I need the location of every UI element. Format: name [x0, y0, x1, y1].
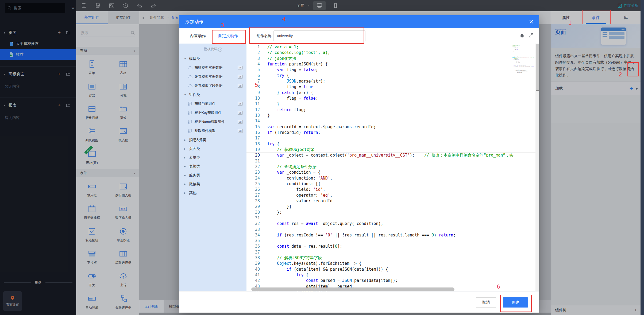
- caret-right-icon: ▶: [184, 183, 187, 185]
- code-line: }: [267, 113, 513, 118]
- tree-group-title: 表格类: [189, 164, 200, 169]
- line-number: 30: [246, 210, 260, 215]
- code-line: const data = res.result[0];: [512, 68, 515, 68]
- line-number: 24: [246, 176, 260, 181]
- tree-group-title: 服务类: [189, 173, 200, 178]
- js-badge: JS: [238, 111, 243, 115]
- line-number: 26: [246, 187, 260, 192]
- code-line: flag = true: [267, 84, 513, 90]
- code-line: JSON.parse(str);: [267, 79, 513, 84]
- line-number: 38: [246, 255, 260, 261]
- line-number: 18: [246, 141, 260, 147]
- expand-fullscreen-icon[interactable]: [529, 33, 533, 39]
- line-number: 5: [246, 67, 260, 73]
- code-line: // 查询满足条件数据: [267, 164, 513, 170]
- tree-group-title: 表单类: [189, 155, 200, 160]
- cloud-icon: [188, 66, 192, 69]
- line-number: 3: [246, 56, 260, 61]
- code-line: conjunction: 'AND',: [267, 176, 513, 181]
- tree-item[interactable]: 设置模型实例数据JS: [179, 72, 246, 81]
- tab-custom-actions[interactable]: 自定义动作: [213, 28, 243, 44]
- cloud-icon: [188, 75, 192, 79]
- tree-group-header[interactable]: ▼组件类: [179, 90, 246, 99]
- tree-item[interactable]: 根据Name获取组件JS: [179, 117, 246, 126]
- vertical-scrollbar-thumb[interactable]: [536, 44, 539, 91]
- create-button[interactable]: 创建: [503, 297, 528, 308]
- minimap[interactable]: // var a = 1;// console.log('test', a);/…: [512, 45, 534, 85]
- tree-group-title: 消息&弹窗: [189, 138, 206, 142]
- code-line: // json化方法: [267, 56, 513, 61]
- tree-item-label: 根据Name获取组件: [195, 119, 225, 124]
- tree-group: ▼组件类获取当前组件JS根据Key获取组件JS根据Name获取组件JS获取组件模…: [179, 90, 246, 135]
- cloud-icon: [188, 84, 192, 88]
- tree-item-label: 设置模型字段数据: [195, 83, 222, 88]
- line-number: 28: [246, 198, 260, 204]
- caret-right-icon: ▶: [184, 139, 187, 141]
- tree-item[interactable]: 获取模型实例数据JS: [179, 63, 246, 72]
- code-line: field: 'id',: [267, 187, 513, 192]
- line-number: 29: [246, 204, 260, 209]
- tree-group-header[interactable]: ▶服务类: [179, 171, 246, 180]
- code-line: var _object = context.object('pro_man__u…: [512, 57, 515, 58]
- line-number: 41: [246, 272, 260, 278]
- close-icon[interactable]: [529, 20, 533, 24]
- code-line: [267, 118, 513, 124]
- line-number: 35: [246, 238, 260, 244]
- line-number: 19: [246, 147, 260, 153]
- tree-item[interactable]: 获取组件模型JS: [179, 126, 246, 135]
- tree-item[interactable]: 获取当前组件JS: [179, 99, 246, 108]
- tree-group: ▶微信类: [179, 180, 246, 188]
- component-icon: [188, 129, 192, 133]
- tree-group-header[interactable]: ▶微信类: [179, 180, 246, 188]
- code-line: var flag = false;: [267, 67, 513, 73]
- tab-builtin-actions[interactable]: 内置动作: [184, 28, 211, 44]
- line-number: 6: [246, 73, 260, 79]
- line-number: 12: [246, 107, 260, 113]
- code-line: const data = res.result[0];: [267, 244, 513, 249]
- code-line: if (!recordId) return;: [512, 55, 515, 55]
- component-icon: [188, 120, 192, 124]
- line-number: 32: [246, 221, 260, 227]
- tree-item[interactable]: 设置模型字段数据JS: [179, 81, 246, 90]
- add-action-dialog: 添加动作 内置动作 自定义动作 动作名称 模板代码? ▼模型类获取模型实例数据J…: [179, 15, 539, 313]
- js-badge: JS: [238, 75, 243, 79]
- action-name-input[interactable]: [273, 30, 365, 41]
- line-number: 4: [246, 61, 260, 67]
- vertical-scrollbar[interactable]: [535, 44, 539, 291]
- code-line: if (!recordId) return;: [267, 130, 513, 135]
- tree-group-header[interactable]: ▶表格类: [179, 162, 246, 171]
- caret-right-icon: ▶: [184, 192, 187, 194]
- js-badge: JS: [238, 66, 243, 69]
- line-number: 33: [246, 227, 260, 232]
- cancel-button[interactable]: 取消: [476, 297, 496, 308]
- help-icon[interactable]: ?: [218, 48, 222, 52]
- line-number: 9: [246, 90, 260, 96]
- code-line: if (res.resCode !== '0' || !res.result |…: [267, 232, 513, 238]
- horizontal-scrollbar-thumb[interactable]: [251, 287, 454, 291]
- line-number: 1: [246, 44, 260, 50]
- tree-group-header[interactable]: ▼模型类: [179, 54, 246, 63]
- tree-group-header[interactable]: ▶消息&弹窗: [179, 135, 246, 144]
- tree-item[interactable]: 根据Key获取组件JS: [179, 108, 246, 117]
- line-number: 8: [246, 84, 260, 90]
- code-line: function parseJSON(str) {: [267, 61, 513, 67]
- code-editor[interactable]: 1234567891011121314151617181920212223242…: [246, 44, 539, 291]
- tree-group-title: 模型类: [189, 56, 200, 61]
- code-line: var _condition = {: [267, 170, 513, 175]
- code-line: Object.keys(data).forEach(item => {: [267, 261, 513, 266]
- component-icon: [188, 102, 192, 106]
- tree-group-header[interactable]: ▶其他: [179, 188, 246, 197]
- code-line: }]: [267, 204, 513, 209]
- tree-group: ▶表格类: [179, 162, 246, 171]
- code-line: // 获取Object对象: [267, 147, 513, 153]
- line-number: 40: [246, 267, 260, 272]
- code-line: // 解析JSON字符串字段: [267, 255, 513, 261]
- caret-right-icon: ▶: [184, 156, 187, 159]
- caret-right-icon: ▶: [184, 147, 187, 150]
- code-line: var recordId = context.$page.params.reco…: [267, 124, 513, 130]
- tree-group-title: 组件类: [189, 92, 200, 97]
- tree-group-header[interactable]: ▶表单类: [179, 153, 246, 162]
- tree-group-header[interactable]: ▶页面类: [179, 144, 246, 153]
- debug-icon[interactable]: [519, 33, 525, 39]
- code-content[interactable]: // var a = 1;// console.log('test', a);/…: [267, 44, 513, 291]
